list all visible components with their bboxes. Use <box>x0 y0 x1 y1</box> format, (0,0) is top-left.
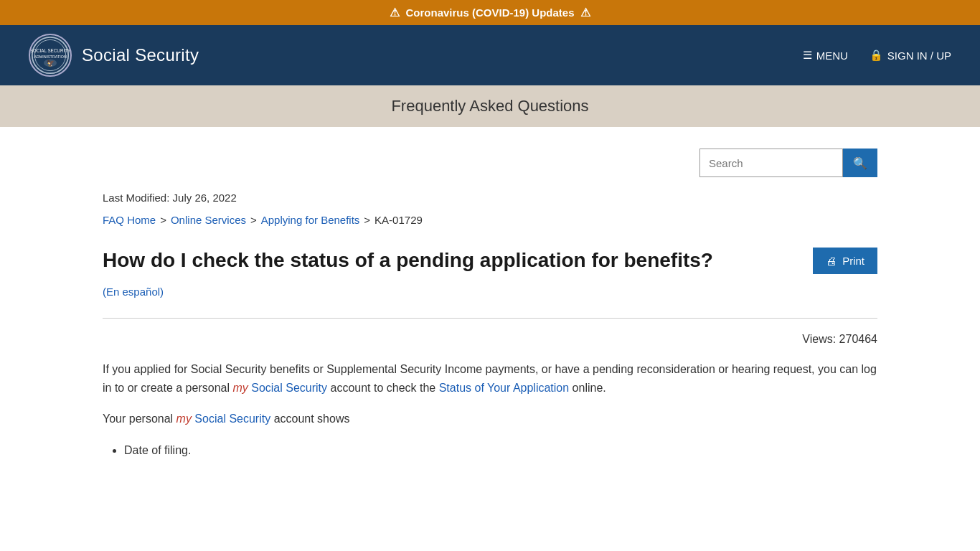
svg-text:SOCIAL SECURITY: SOCIAL SECURITY <box>31 48 70 53</box>
signin-label: SIGN IN / UP <box>887 50 951 62</box>
article-divider <box>103 318 877 319</box>
breadcrumb: FAQ Home > Online Services > Applying fo… <box>103 214 877 226</box>
last-modified: Last Modified: July 26, 2022 <box>103 192 877 204</box>
breadcrumb-faq-home[interactable]: FAQ Home <box>103 214 156 226</box>
menu-label: MENU <box>816 50 848 62</box>
search-input[interactable] <box>699 149 843 177</box>
signin-button[interactable]: 🔒 SIGN IN / UP <box>870 49 951 62</box>
breadcrumb-applying-benefits[interactable]: Applying for Benefits <box>261 214 360 226</box>
hamburger-icon: ☰ <box>803 49 812 62</box>
breadcrumb-online-services[interactable]: Online Services <box>171 214 246 226</box>
views-count: Views: 270464 <box>103 333 877 346</box>
site-header: SOCIAL SECURITY ADMINISTRATION 🦅 Social … <box>0 25 980 85</box>
list-item-1: Date of filing. <box>124 441 877 460</box>
breadcrumb-sep-1: > <box>160 214 166 226</box>
my-italic-1: my <box>232 382 248 394</box>
breadcrumb-sep-2: > <box>250 214 257 226</box>
ssa-logo: SOCIAL SECURITY ADMINISTRATION 🦅 <box>29 34 72 77</box>
header-nav: ☰ MENU 🔒 SIGN IN / UP <box>803 49 951 62</box>
site-logo-link[interactable]: SOCIAL SECURITY ADMINISTRATION 🦅 Social … <box>29 34 199 77</box>
site-title: Social Security <box>82 45 199 65</box>
page-subtitle: Frequently Asked Questions <box>29 97 951 116</box>
breadcrumb-ka-number: KA-01729 <box>374 214 423 226</box>
print-icon: 🖨 <box>826 255 837 267</box>
article-paragraph-1: If you applied for Social Security benef… <box>103 360 877 397</box>
alert-banner: ⚠ Coronavirus (COVID-19) Updates ⚠ <box>0 0 980 25</box>
search-row: 🔍 <box>103 149 877 177</box>
alert-text: Coronavirus (COVID-19) Updates <box>405 6 574 19</box>
body-p2-start: Your personal <box>103 413 176 425</box>
svg-text:🦅: 🦅 <box>47 59 55 67</box>
search-button[interactable]: 🔍 <box>843 149 877 177</box>
my-social-security-link-2[interactable]: my Social Security <box>176 413 271 425</box>
article-header: How do I check the status of a pending a… <box>103 248 877 274</box>
search-form[interactable]: 🔍 <box>699 149 877 177</box>
print-label: Print <box>842 255 864 267</box>
menu-button[interactable]: ☰ MENU <box>803 49 848 62</box>
spanish-link[interactable]: (En español) <box>103 286 164 298</box>
svg-text:ADMINISTRATION: ADMINISTRATION <box>34 55 67 59</box>
article-paragraph-2: Your personal my Social Security account… <box>103 410 877 428</box>
my-social-security-link-1[interactable]: my Social Security <box>232 382 327 394</box>
article-title: How do I check the status of a pending a… <box>103 248 798 273</box>
warning-icon-left: ⚠ <box>390 6 400 19</box>
status-application-link[interactable]: Status of Your Application <box>439 382 569 394</box>
article-list: Date of filing. <box>124 441 877 460</box>
body-p1-end: online. <box>569 382 606 394</box>
warning-icon-right: ⚠ <box>580 6 590 19</box>
body-p2-end: account shows <box>270 413 349 425</box>
lock-icon: 🔒 <box>870 49 883 62</box>
body-p1-middle: account to check the <box>327 382 439 394</box>
print-button[interactable]: 🖨 Print <box>813 248 877 274</box>
page-subtitle-bar: Frequently Asked Questions <box>0 85 980 127</box>
main-content: 🔍 Last Modified: July 26, 2022 FAQ Home … <box>74 127 906 485</box>
search-icon: 🔍 <box>853 156 867 170</box>
article-body: If you applied for Social Security benef… <box>103 360 877 459</box>
social-security-text-1: Social Security <box>248 382 327 394</box>
breadcrumb-sep-3: > <box>364 214 370 226</box>
my-italic-2: my <box>176 413 192 425</box>
social-security-text-2: Social Security <box>192 413 270 425</box>
